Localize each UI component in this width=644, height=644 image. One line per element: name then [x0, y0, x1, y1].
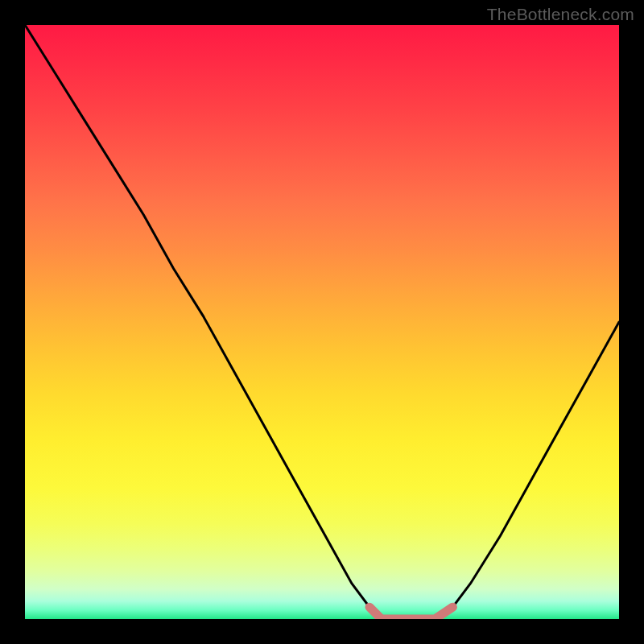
bottom-highlight-path	[369, 607, 452, 619]
plot-area	[25, 25, 619, 619]
chart-svg	[25, 25, 619, 619]
chart-frame: TheBottleneck.com	[0, 0, 644, 644]
bottleneck-curve-path	[25, 25, 619, 619]
watermark-text: TheBottleneck.com	[487, 5, 634, 24]
